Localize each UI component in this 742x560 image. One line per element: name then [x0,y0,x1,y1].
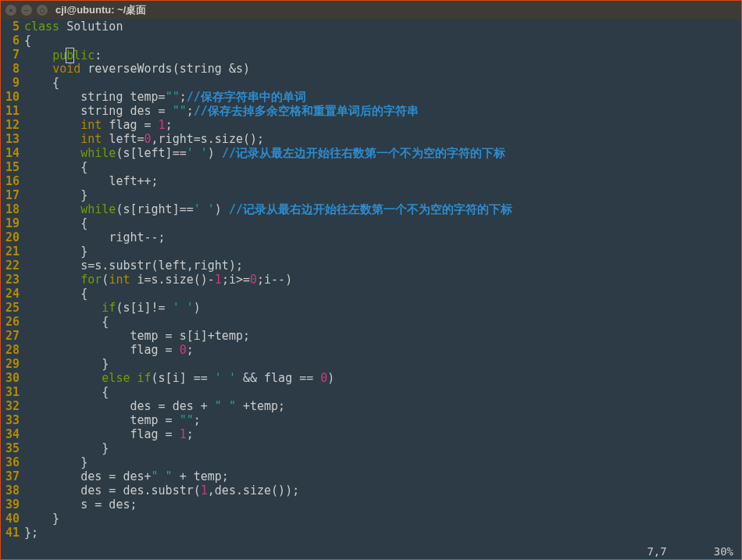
code-line[interactable]: else if(s[i] == ' ' && flag == 0) [24,371,741,385]
window-title: cjl@ubuntu: ~/桌面 [55,3,146,17]
line-number: 32 [1,399,20,413]
code-line[interactable]: s=s.substr(left,right); [24,259,741,273]
code-line[interactable]: } [24,455,741,469]
line-number: 34 [1,427,20,441]
line-number: 40 [1,512,20,526]
code-line[interactable]: class Solution [24,20,741,34]
line-number: 13 [1,132,20,146]
terminal-window: ✕ – ▢ cjl@ubuntu: ~/桌面 56789101112131415… [0,0,742,560]
code-line[interactable]: string des = "";//保存去掉多余空格和重置单词后的字符串 [24,104,741,118]
close-icon[interactable]: ✕ [5,5,16,16]
line-number: 31 [1,385,20,399]
line-number: 10 [1,90,20,104]
scroll-percentage: 30% [714,545,733,558]
code-line[interactable]: } [24,188,741,202]
code-line[interactable]: void reverseWords(string &s) [24,62,741,76]
line-number: 12 [1,118,20,132]
code-line[interactable]: int flag = 1; [24,118,741,132]
code-line[interactable]: flag = 1; [24,427,741,441]
code-line[interactable]: des = des.substr(1,des.size()); [24,483,741,498]
line-number: 36 [1,455,20,469]
code-line[interactable]: }; [24,526,741,540]
line-number: 11 [1,104,20,118]
code-line[interactable]: } [24,512,741,526]
code-content[interactable]: class Solution{ public: void reverseWord… [24,20,741,544]
code-line[interactable]: } [24,244,741,259]
code-line[interactable]: if(s[i]!= ' ') [24,301,741,315]
code-line[interactable]: int left=0,right=s.size(); [24,132,741,146]
minimize-icon[interactable]: – [21,5,32,16]
line-number: 16 [1,174,20,188]
code-line[interactable]: while(s[left]==' ') //记录从最左边开始往右数第一个不为空的… [24,146,741,160]
line-number: 33 [1,413,20,427]
line-number: 15 [1,160,20,174]
line-number: 39 [1,498,20,512]
line-number: 30 [1,371,20,385]
code-line[interactable]: { [24,385,741,399]
line-number: 27 [1,329,20,343]
code-line[interactable]: s = des; [24,498,741,512]
line-number: 41 [1,526,20,540]
code-line[interactable]: while(s[right]==' ') //记录从最右边开始往左数第一个不为空… [24,202,741,216]
line-number: 17 [1,188,20,202]
code-line[interactable]: { [24,76,741,90]
line-number: 28 [1,343,20,357]
line-number: 21 [1,244,20,259]
line-number: 14 [1,146,20,160]
line-number: 8 [1,62,20,76]
line-number: 23 [1,273,20,287]
code-line[interactable]: des = des + " " +temp; [24,399,741,413]
line-number: 22 [1,259,20,273]
code-line[interactable]: string temp="";//保存字符串中的单词 [24,90,741,104]
status-bar: 7,7 30% [1,544,741,559]
cursor-position: 7,7 [647,545,666,558]
code-line[interactable]: { [24,287,741,301]
code-line[interactable]: { [24,216,741,230]
line-number: 24 [1,287,20,301]
line-number: 35 [1,441,20,455]
line-number: 20 [1,230,20,244]
line-number: 19 [1,216,20,230]
titlebar[interactable]: ✕ – ▢ cjl@ubuntu: ~/桌面 [1,1,741,20]
line-number: 26 [1,315,20,329]
line-number-gutter: 5678910111213141516171819202122232425262… [1,20,24,544]
code-line[interactable]: for(int i=s.size()-1;i>=0;i--) [24,273,741,287]
code-line[interactable]: flag = 0; [24,343,741,357]
maximize-icon[interactable]: ▢ [37,5,48,16]
line-number: 5 [1,20,20,34]
code-line[interactable]: } [24,357,741,371]
line-number: 7 [1,48,20,62]
code-line[interactable]: des = des+" " + temp; [24,469,741,483]
line-number: 9 [1,76,20,90]
code-line[interactable]: public: [24,48,741,62]
line-number: 25 [1,301,20,315]
line-number: 37 [1,469,20,483]
code-line[interactable]: { [24,160,741,174]
editor-area[interactable]: 5678910111213141516171819202122232425262… [1,20,741,544]
code-line[interactable]: left++; [24,174,741,188]
line-number: 29 [1,357,20,371]
code-line[interactable]: } [24,441,741,455]
code-line[interactable]: { [24,315,741,329]
code-line[interactable]: right--; [24,230,741,244]
line-number: 18 [1,202,20,216]
code-line[interactable]: { [24,34,741,48]
line-number: 6 [1,34,20,48]
line-number: 38 [1,483,20,498]
code-line[interactable]: temp = ""; [24,413,741,427]
code-line[interactable]: temp = s[i]+temp; [24,329,741,343]
